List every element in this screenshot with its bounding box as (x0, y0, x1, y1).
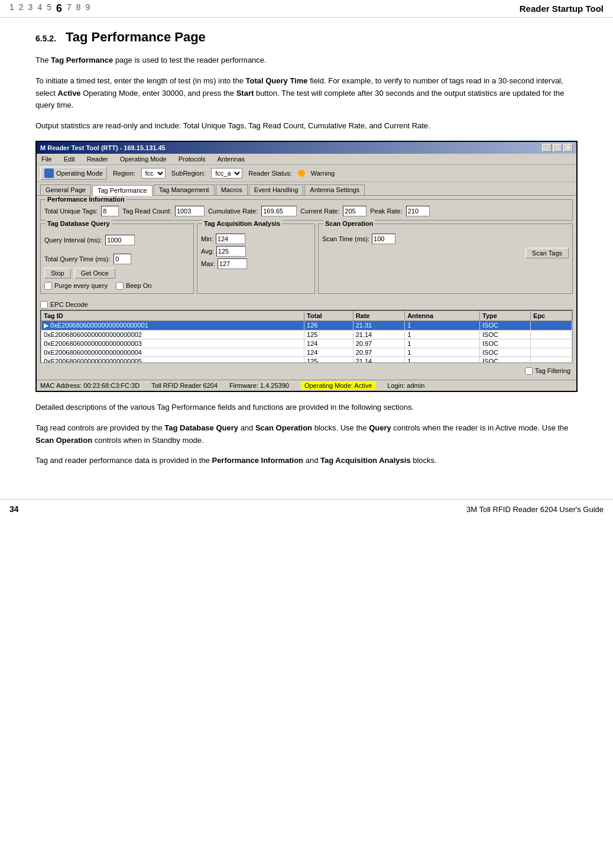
menu-edit[interactable]: Edit (61, 155, 77, 163)
epc-decode-label[interactable]: EPC Decode (40, 301, 88, 309)
table-cell-3-5 (531, 348, 572, 357)
table-cell-2-3: 1 (405, 339, 480, 348)
col-epc: Epc (531, 310, 572, 320)
table-cell-4-2: 21.14 (353, 357, 404, 363)
purge-label: Purge every query (54, 282, 108, 289)
page-numbers: 1 2 3 4 5 6 7 8 9 (9, 2, 90, 15)
table-cell-1-2: 21.14 (353, 330, 404, 339)
tab-tag-performance[interactable]: Tag Performance (92, 185, 153, 196)
cumulative-rate-label: Cumulative Rate: (208, 208, 258, 215)
perf-row: Total Unique Tags: Tag Read Count: Cumul… (44, 206, 569, 216)
epc-header: EPC Decode (40, 300, 573, 310)
menu-file[interactable]: File (39, 155, 54, 163)
close-button[interactable]: ✕ (563, 144, 573, 152)
page-num-1[interactable]: 1 (9, 2, 14, 15)
page-num-2[interactable]: 2 (19, 2, 24, 15)
window-controls[interactable]: _ □ ✕ (542, 144, 573, 152)
region-label: Region: (113, 170, 135, 177)
peak-rate-input[interactable] (406, 206, 430, 216)
table-row[interactable]: 0xE20068060000000000000000512521.141ISOC (41, 357, 572, 363)
purge-checkbox[interactable] (44, 282, 52, 290)
footer-page-number: 34 (9, 504, 19, 514)
tab-antenna-settings[interactable]: Antenna Settings (304, 184, 365, 195)
body-para-3: Output statistics are read-only and incl… (35, 120, 578, 132)
minimize-button[interactable]: _ (542, 144, 552, 152)
tag-filtering-checkbox[interactable] (525, 367, 533, 375)
table-row[interactable]: 0xE20068060000000000000000212521.141ISOC (41, 330, 572, 339)
scan-time-label: Scan Time (ms): (322, 235, 369, 242)
table-cell-3-2: 20.97 (353, 348, 404, 357)
query-buttons-row: Stop Get Once (44, 268, 190, 278)
scan-op-title: Scan Operation (323, 220, 375, 227)
table-cell-2-2: 20.97 (353, 339, 404, 348)
stop-button[interactable]: Stop (44, 268, 71, 278)
total-query-time-input[interactable] (113, 254, 131, 264)
page-num-4[interactable]: 4 (37, 2, 42, 15)
current-rate-input[interactable] (343, 206, 366, 216)
page-num-7[interactable]: 7 (67, 2, 72, 15)
operating-mode-button[interactable]: Operating Mode (40, 167, 107, 180)
tab-general-page[interactable]: General Page (40, 184, 91, 195)
table-cell-0-1: 126 (304, 320, 353, 330)
page-header: 1 2 3 4 5 6 7 8 9 Reader Startup Tool (0, 0, 613, 18)
table-cell-4-1: 125 (304, 357, 353, 363)
acq-avg-input[interactable] (216, 246, 246, 257)
after-para-3: Tag and reader performance data is provi… (35, 455, 578, 467)
region-select[interactable]: fcc (141, 168, 166, 179)
page-num-3[interactable]: 3 (28, 2, 33, 15)
get-once-button[interactable]: Get Once (74, 268, 115, 278)
menu-reader[interactable]: Reader (85, 155, 111, 163)
table-wrapper[interactable]: Tag ID Total Rate Antenna Type Epc ▶ 0xE… (40, 310, 573, 363)
menu-protocols[interactable]: Protocols (176, 155, 208, 163)
acq-max-label: Max: (201, 260, 215, 267)
col-type: Type (480, 310, 531, 320)
page-num-6-current[interactable]: 6 (56, 2, 62, 15)
acq-min-input[interactable] (216, 234, 245, 244)
scan-op-group: Scan Operation Scan Time (ms): Scan Tags (318, 224, 573, 294)
tab-macros[interactable]: Macros (216, 184, 248, 195)
tab-event-handling[interactable]: Event Handling (249, 184, 304, 195)
tab-panel: Performance Information Total Unique Tag… (37, 196, 576, 380)
total-unique-tags-input[interactable] (101, 206, 119, 216)
table-cell-1-5 (531, 330, 572, 339)
scan-time-input[interactable] (372, 234, 395, 244)
after-para-1: Detailed descriptions of the various Tag… (35, 401, 578, 414)
purge-checkbox-label[interactable]: Purge every query (44, 282, 108, 290)
table-row[interactable]: 0xE20068060000000000000000412420.971ISOC (41, 348, 572, 357)
table-cell-4-4: ISOC (480, 357, 531, 363)
scan-tags-button[interactable]: Scan Tags (526, 248, 569, 258)
tag-read-count-input[interactable] (175, 206, 205, 216)
mode-btn-label: Operating Mode (56, 170, 103, 177)
performance-info-group: Performance Information Total Unique Tag… (40, 199, 573, 221)
acq-max-row: Max: (201, 258, 311, 269)
table-row[interactable]: ▶ 0xE20068060000000000000000112621.311IS… (41, 320, 572, 330)
epc-decode-checkbox[interactable] (40, 301, 48, 309)
table-row[interactable]: 0xE20068060000000000000000312420.971ISOC (41, 339, 572, 348)
status-firmware: Firmware: 1.4.25390 (229, 382, 289, 389)
col-total: Total (304, 310, 353, 320)
window-screenshot: M Reader Test Tool (RTT) - 169.15.131.45… (35, 141, 578, 392)
app-title: Reader Startup Tool (520, 4, 604, 14)
window-title: M Reader Test Tool (RTT) - 169.15.131.45 (40, 144, 166, 151)
page-num-9[interactable]: 9 (86, 2, 90, 15)
beep-checkbox[interactable] (116, 282, 124, 290)
query-interval-input[interactable] (105, 235, 135, 245)
subregion-select[interactable]: fcc_a (211, 168, 242, 179)
acq-min-row: Min: (201, 234, 311, 244)
status-label: Reader Status: (248, 170, 291, 177)
menu-operating-mode[interactable]: Operating Mode (118, 155, 169, 163)
menu-antennas[interactable]: Antennas (215, 155, 247, 163)
maximize-button[interactable]: □ (553, 144, 562, 152)
cumulative-rate-input[interactable] (261, 206, 297, 216)
table-cell-1-3: 1 (405, 330, 480, 339)
page-num-8[interactable]: 8 (76, 2, 81, 15)
table-cell-0-4: ISOC (480, 320, 531, 330)
total-unique-tags-label: Total Unique Tags: (44, 208, 98, 215)
page-num-5[interactable]: 5 (47, 2, 51, 15)
footer-guide-title: 3M Toll RFID Reader 6204 User's Guide (466, 505, 604, 514)
acq-max-input[interactable] (218, 258, 247, 269)
table-cell-1-1: 125 (304, 330, 353, 339)
tab-tag-management[interactable]: Tag Management (154, 184, 215, 195)
mode-icon (44, 169, 54, 178)
beep-checkbox-label[interactable]: Beep On (116, 282, 151, 290)
